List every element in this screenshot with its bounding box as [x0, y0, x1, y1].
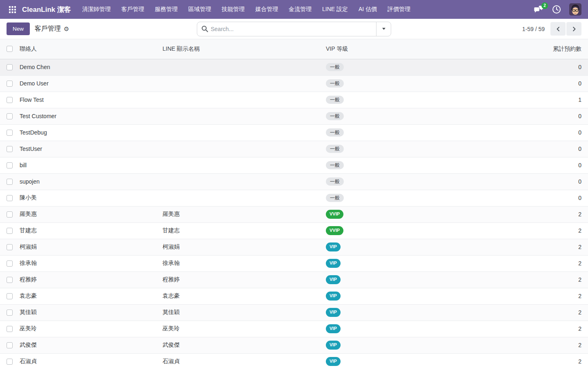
- row-checkbox[interactable]: [7, 244, 13, 250]
- row-checkbox-cell: [0, 288, 16, 304]
- table-row[interactable]: Demo Chen 一般 0: [0, 59, 588, 75]
- line-name-cell: 武俊傑: [159, 337, 323, 353]
- table-row[interactable]: 柯淑娟 柯淑娟 VIP 2: [0, 239, 588, 255]
- nav-menu-item[interactable]: 評價管理: [382, 3, 416, 16]
- contact-cell: 羅美惠: [16, 206, 159, 222]
- line-name-cell: [159, 92, 323, 108]
- row-checkbox-cell: [0, 141, 16, 157]
- booking-count-cell: 0: [486, 75, 588, 92]
- table-row[interactable]: 武俊傑 武俊傑 VIP 2: [0, 337, 588, 353]
- activity-clock-icon[interactable]: [552, 5, 561, 14]
- vip-badge: VVIP: [326, 210, 343, 218]
- nav-menu-item[interactable]: 媒合管理: [250, 3, 283, 16]
- table-row[interactable]: 甘建志 甘建志 VVIP 2: [0, 222, 588, 239]
- row-checkbox[interactable]: [7, 342, 13, 348]
- table-row[interactable]: 徐承翰 徐承翰 VIP 2: [0, 255, 588, 272]
- vip-badge: 一般: [326, 194, 344, 202]
- nav-menu-item[interactable]: 技能管理: [216, 3, 250, 16]
- vip-level-cell: VIP: [323, 255, 486, 272]
- table-row[interactable]: 袁志豪 袁志豪 VIP 2: [0, 288, 588, 304]
- line-name-cell: 袁志豪: [159, 288, 323, 304]
- vip-badge: VIP: [326, 259, 341, 267]
- row-checkbox[interactable]: [7, 130, 13, 136]
- row-checkbox-cell: [0, 108, 16, 124]
- top-navbar: CleanLink 潔客 清潔師管理客戶管理服務管理區域管理技能管理媒合管理金流…: [0, 0, 588, 19]
- row-checkbox[interactable]: [7, 326, 13, 332]
- table-row[interactable]: 程雅婷 程雅婷 VIP 2: [0, 272, 588, 288]
- nav-menu-item[interactable]: LINE 設定: [317, 3, 353, 16]
- table-row[interactable]: TestDebug 一般 0: [0, 124, 588, 141]
- row-checkbox[interactable]: [7, 81, 13, 87]
- table-row[interactable]: 莫佳穎 莫佳穎 VIP 2: [0, 304, 588, 321]
- search-input[interactable]: [211, 22, 376, 36]
- search-dropdown-toggle[interactable]: [376, 22, 391, 36]
- row-checkbox-cell: [0, 92, 16, 108]
- row-checkbox[interactable]: [7, 277, 13, 283]
- messages-icon[interactable]: 2: [534, 5, 544, 14]
- nav-menu-item[interactable]: 客戶管理: [116, 3, 149, 16]
- vip-badge: VIP: [326, 357, 341, 366]
- table-row[interactable]: 石淑貞 石淑貞 VIP 2: [0, 353, 588, 368]
- line-name-cell: 柯淑娟: [159, 239, 323, 255]
- table-row[interactable]: 巫美玲 巫美玲 VIP 2: [0, 321, 588, 337]
- page-title: 客戶管理: [35, 25, 61, 33]
- vip-level-cell: 一般: [323, 157, 486, 173]
- chevron-left-icon: [556, 27, 561, 31]
- row-checkbox[interactable]: [7, 260, 13, 267]
- app-brand[interactable]: CleanLink 潔客: [22, 5, 71, 14]
- line-name-cell: [159, 59, 323, 75]
- nav-menu-item[interactable]: 服務管理: [149, 3, 183, 16]
- column-header-line-name[interactable]: LINE 顯示名稱: [159, 39, 323, 59]
- nav-menu-item[interactable]: 區域管理: [183, 3, 216, 16]
- table-row[interactable]: TestUser 一般 0: [0, 141, 588, 157]
- apps-grid-icon[interactable]: [7, 4, 18, 15]
- row-checkbox[interactable]: [7, 293, 13, 299]
- vip-badge: 一般: [326, 145, 344, 153]
- row-checkbox-cell: [0, 321, 16, 337]
- pager-next-button[interactable]: [566, 22, 581, 36]
- pager-previous-button[interactable]: [550, 22, 566, 36]
- row-checkbox[interactable]: [7, 162, 13, 168]
- table-row[interactable]: Flow Test 一般 1: [0, 92, 588, 108]
- table-row[interactable]: supojen 一般 0: [0, 173, 588, 190]
- vip-badge: VVIP: [326, 226, 343, 235]
- row-checkbox-cell: [0, 222, 16, 239]
- vip-badge: VIP: [326, 242, 341, 251]
- vip-level-cell: 一般: [323, 173, 486, 190]
- row-checkbox[interactable]: [7, 310, 13, 316]
- nav-menu-item[interactable]: AI 估價: [353, 3, 382, 16]
- row-checkbox[interactable]: [7, 146, 13, 152]
- select-all-checkbox[interactable]: [7, 46, 13, 52]
- contact-cell: 石淑貞: [16, 353, 159, 368]
- column-header-contact[interactable]: 聯絡人: [16, 39, 159, 59]
- column-header-booking-count[interactable]: 累計預約數: [486, 39, 588, 59]
- row-checkbox[interactable]: [7, 359, 13, 365]
- table-row[interactable]: Demo User 一般 0: [0, 75, 588, 92]
- table-row[interactable]: bill 一般 0: [0, 157, 588, 173]
- row-checkbox[interactable]: [7, 113, 13, 119]
- table-row[interactable]: Test Customer 一般 0: [0, 108, 588, 124]
- booking-count-cell: 0: [486, 59, 588, 75]
- vip-level-cell: VIP: [323, 353, 486, 368]
- nav-menu-item[interactable]: 金流管理: [283, 3, 317, 16]
- user-avatar[interactable]: [569, 3, 581, 16]
- new-button[interactable]: New: [7, 22, 30, 35]
- row-checkbox[interactable]: [7, 179, 13, 185]
- contact-cell: Flow Test: [16, 92, 159, 108]
- row-checkbox[interactable]: [7, 64, 13, 70]
- row-checkbox[interactable]: [7, 195, 13, 201]
- row-checkbox[interactable]: [7, 97, 13, 103]
- vip-level-cell: VIP: [323, 304, 486, 321]
- line-name-cell: [159, 108, 323, 124]
- nav-menu-item[interactable]: 清潔師管理: [77, 3, 116, 16]
- table-row[interactable]: 羅美惠 羅美惠 VVIP 2: [0, 206, 588, 222]
- column-header-vip-level[interactable]: VIP 等級: [323, 39, 486, 59]
- row-checkbox-cell: [0, 255, 16, 272]
- pager: 1-59 / 59: [522, 22, 581, 36]
- row-checkbox[interactable]: [7, 228, 13, 234]
- vip-badge: VIP: [326, 275, 341, 284]
- gear-icon[interactable]: ⚙: [64, 26, 69, 32]
- table-row[interactable]: 陳小美 一般 0: [0, 190, 588, 206]
- row-checkbox[interactable]: [7, 211, 13, 218]
- table-header-row: 聯絡人 LINE 顯示名稱 VIP 等級 累計預約數: [0, 39, 588, 59]
